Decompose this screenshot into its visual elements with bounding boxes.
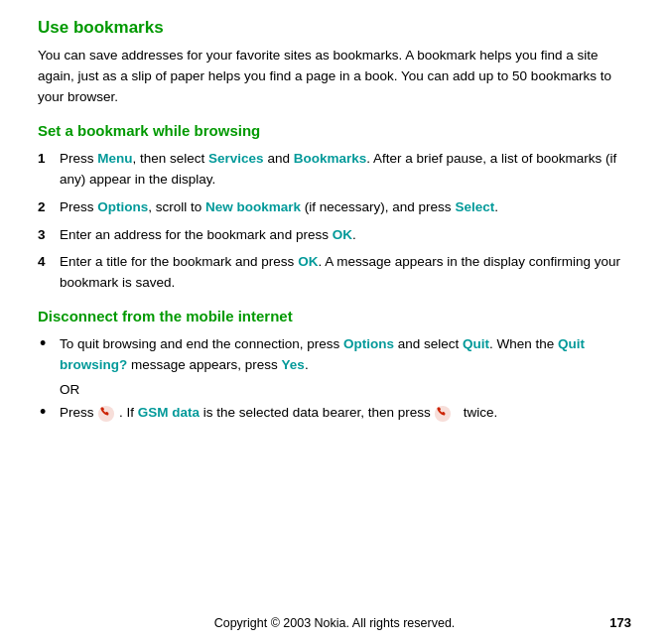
main-title: Use bookmarks [38,18,631,38]
yes-link: Yes [282,357,305,372]
quit-browsing-link: Quit browsing? [60,336,585,372]
step-number: 2 [38,197,60,218]
bullet-text-1: To quit browsing and end the connection,… [60,334,631,376]
red-phone-icon2 [434,405,452,423]
section2-title: Disconnect from the mobile internet [38,308,631,324]
step-3: 3 Enter an address for the bookmark and … [38,225,631,246]
or-text: OR [60,382,631,397]
section1-title: Set a bookmark while browsing [38,122,631,139]
bullet-section: • To quit browsing and end the connectio… [38,334,631,424]
options-link: Options [97,199,148,214]
quit-link: Quit [463,336,489,351]
step-text: Enter a title for the bookmark and press… [60,252,631,294]
copyright-text: Copyright © 2003 Nokia. All rights reser… [214,616,456,630]
step-2: 2 Press Options, scroll to New bookmark … [38,197,631,218]
step-number: 3 [38,225,60,246]
steps-list: 1 Press Menu, then select Services and B… [38,149,631,295]
new-bookmark-link: New bookmark [205,199,301,214]
options-link2: Options [343,336,394,351]
page-content: Use bookmarks You can save addresses for… [0,0,669,450]
page-number: 173 [609,615,631,630]
step-1: 1 Press Menu, then select Services and B… [38,149,631,191]
services-link: Services [208,151,264,166]
step-text: Enter an address for the bookmark and pr… [60,225,631,246]
ok2-link: OK [298,254,318,269]
bullet-dot: • [38,334,60,354]
bullet-dot2: • [38,403,60,423]
bullet-item-1: • To quit browsing and end the connectio… [38,334,631,376]
bullet-item-2: • Press . If GSM data is the selected da… [38,403,631,424]
bookmarks-link: Bookmarks [294,151,367,166]
step-number: 1 [38,149,60,170]
step-4: 4 Enter a title for the bookmark and pre… [38,252,631,294]
menu-link: Menu [97,151,132,166]
gsm-data-link: GSM data [138,405,200,420]
step-text: Press Options, scroll to New bookmark (i… [60,197,631,218]
red-phone-icon [97,405,115,423]
footer: Copyright © 2003 Nokia. All rights reser… [0,616,669,630]
intro-text: You can save addresses for your favorite… [38,46,631,108]
select-link: Select [455,199,494,214]
step-text: Press Menu, then select Services and Boo… [60,149,631,191]
ok-link: OK [333,227,352,242]
step-number: 4 [38,252,60,273]
bullet-text-2: Press . If GSM data is the selected data… [60,403,631,424]
